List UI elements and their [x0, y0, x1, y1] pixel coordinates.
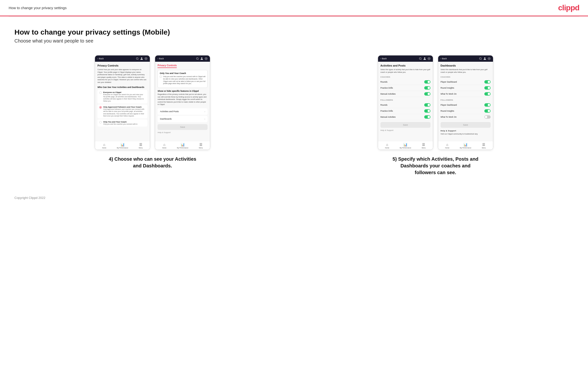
bottom-nav-home-1[interactable]: ⌂ Home: [95, 143, 113, 149]
label-player-dash-followers: Player Dashboard: [441, 104, 457, 106]
toggle-label-drills-followers: Practice Drills: [380, 110, 393, 112]
svg-point-3: [489, 58, 489, 59]
home-icon-3: ⌂: [386, 143, 388, 147]
toggle-switch-work-on-coaches[interactable]: [484, 92, 491, 96]
svg-point-1: [206, 58, 207, 59]
popup-title: Only You and Your Coach: [160, 72, 205, 75]
coaches-label-3: COACHES: [380, 76, 431, 78]
menu-icon-3: ☰: [422, 143, 425, 147]
bottom-nav-perf-2[interactable]: 📊 My Performance: [173, 143, 192, 149]
menu-icon-1: ☰: [139, 143, 142, 147]
settings-icon-4: [488, 57, 491, 60]
caption-5: 5) Specify which Activities, Posts and D…: [390, 156, 481, 176]
toggle-rounds-followers: Rounds: [380, 102, 431, 108]
label-work-on-coaches: What To Work On: [441, 93, 457, 95]
bottom-nav-home-2[interactable]: ⌂ Home: [155, 143, 173, 149]
toggle-switch-player-dash-coaches[interactable]: [484, 80, 491, 83]
phone-4: ‹ Back Dashboards Select the dashboards …: [438, 55, 493, 150]
phone-4-back[interactable]: ‹ Back: [441, 57, 447, 60]
toggle-player-dash-followers: Player Dashboard: [441, 102, 491, 108]
person-icon-4: [483, 57, 486, 60]
phone-1-bottom-nav: ⌂ Home 📊 My Performance ☰ Menu: [95, 141, 150, 150]
phone-2-header: ‹ Back: [155, 56, 210, 62]
toggle-work-on-coaches: What To Work On: [441, 91, 491, 97]
help-text-4: Visit our Clippd community to troublesho…: [441, 133, 491, 135]
toggle-work-on-followers: What To Work On: [441, 114, 491, 120]
toggle-switch-manual-coaches[interactable]: [424, 92, 431, 96]
bottom-nav-perf-1[interactable]: 📊 My Performance: [113, 143, 131, 149]
group-left: ‹ Back Privacy Controls Control how you …: [14, 55, 291, 169]
label-round-insights-coaches: Round Insights: [441, 87, 454, 89]
screenshots-grid: ‹ Back Privacy Controls Control how you …: [14, 55, 574, 176]
chevron-left-icon-3: ‹: [380, 57, 381, 60]
phone-3-section-title: Activities and Posts: [380, 64, 431, 67]
phone-1-back[interactable]: ‹ Back: [97, 57, 104, 60]
radio-followers[interactable]: Only Approved Followers and Your Coach O…: [97, 104, 147, 118]
help-title-4: Help & Support: [441, 130, 491, 132]
toggle-switch-round-insights-followers[interactable]: [484, 109, 491, 113]
bottom-nav-menu-4[interactable]: ☰ Menu: [475, 143, 493, 149]
settings-icon-3: [428, 57, 431, 60]
phone-3-back[interactable]: ‹ Back: [380, 57, 387, 60]
bottom-nav-menu-2[interactable]: ☰ Menu: [192, 143, 210, 149]
radio-circle-everyone: [99, 92, 102, 94]
toggle-drills-followers: Practice Drills: [380, 108, 431, 114]
home-icon-2: ⌂: [163, 143, 165, 147]
toggle-switch-drills-followers[interactable]: [424, 109, 431, 113]
bottom-nav-home-4[interactable]: ⌂ Home: [438, 143, 457, 149]
search-icon-3: [419, 57, 422, 60]
screenshot-row-left: ‹ Back Privacy Controls Control how you …: [14, 55, 291, 150]
phone-1-body: Privacy Controls Control how you and you…: [95, 62, 150, 141]
main-content: How to change your privacy settings (Mob…: [0, 17, 588, 190]
toggle-switch-rounds-coaches[interactable]: [424, 80, 431, 83]
copyright-text: Copyright Clippd 2022: [14, 196, 45, 200]
settings-icon: [145, 57, 147, 60]
label-round-insights-followers: Round Insights: [441, 110, 454, 112]
bottom-nav-home-3[interactable]: ⌂ Home: [378, 143, 396, 149]
toggle-switch-rounds-followers[interactable]: [424, 103, 431, 107]
chart-icon-1: 📊: [121, 143, 125, 147]
save-btn-4[interactable]: Save: [441, 122, 491, 128]
phone-1-who-see: Who Can See Your Activities and Dashboar…: [97, 86, 147, 88]
radio-content-coach-only: Only You and Your Coach Only you and the…: [103, 121, 137, 125]
nav-item-activities[interactable]: Activities and Posts ›: [157, 108, 208, 115]
toggle-switch-drills-coaches[interactable]: [424, 86, 431, 90]
toggle-round-insights-followers: Round Insights: [441, 108, 491, 114]
bottom-nav-perf-4[interactable]: 📊 My Performance: [457, 143, 475, 149]
label-work-on-followers: What To Work On: [441, 116, 457, 118]
phone-3-section-text: Select the types of activity that you'd …: [380, 68, 431, 74]
bottom-nav-menu-3[interactable]: ☰ Menu: [415, 143, 433, 149]
save-btn-3[interactable]: Save: [380, 122, 431, 128]
group-right: ‹ Back Activities and Posts Select the t…: [297, 55, 574, 176]
toggle-switch-manual-followers[interactable]: [424, 115, 431, 119]
save-btn-2[interactable]: Save: [157, 124, 208, 130]
phone-4-header: ‹ Back: [438, 56, 493, 62]
bottom-nav-menu-1[interactable]: ☰ Menu: [131, 143, 150, 149]
phone-2-tab[interactable]: Privacy Controls: [157, 64, 176, 68]
toggle-switch-round-insights-coaches[interactable]: [484, 86, 491, 90]
menu-icon-2: ☰: [199, 143, 202, 147]
phone-2-back[interactable]: ‹ Back: [157, 57, 164, 60]
phone-3-icons: [419, 57, 431, 60]
chart-icon-2: 📊: [181, 143, 185, 147]
nav-item-dashboards[interactable]: Dashboards ›: [157, 116, 208, 122]
phone-4-icons: [479, 57, 491, 60]
phone-1-section-text: Control how you and your data appears to…: [97, 68, 147, 83]
person-icon-2: [200, 57, 203, 60]
footer: Copyright Clippd 2022: [0, 190, 588, 205]
search-icon-4: [479, 57, 482, 60]
chart-icon-3: 📊: [403, 143, 407, 147]
phone-1-icons: [136, 57, 147, 60]
radio-coach-only[interactable]: Only You and Your Coach Only you and the…: [97, 119, 147, 126]
chart-icon-4: 📊: [463, 143, 467, 147]
bottom-nav-perf-3[interactable]: 📊 My Performance: [396, 143, 415, 149]
toggle-switch-work-on-followers[interactable]: [484, 115, 491, 119]
menu-icon-4: ☰: [482, 143, 485, 147]
popup-text: Only you and the coaches you connect wit…: [163, 75, 205, 85]
toggle-switch-player-dash-followers[interactable]: [484, 103, 491, 107]
radio-everyone[interactable]: Everyone on Clippd Everyone on Clippd ca…: [97, 90, 147, 103]
phone-1-header: ‹ Back: [95, 56, 150, 62]
phone-4-section-text: Select the dashboards that you'd like to…: [441, 68, 491, 74]
phone-1: ‹ Back Privacy Controls Control how you …: [95, 55, 150, 150]
page-heading: How to change your privacy settings (Mob…: [14, 28, 574, 36]
